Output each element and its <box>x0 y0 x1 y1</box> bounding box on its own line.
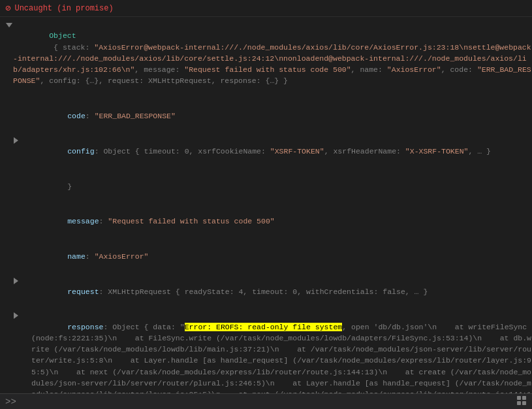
console-bottom-bar: >> <box>0 393 532 409</box>
log-text: config: Object { timeout: 0, xsrfCookieN… <box>16 135 532 169</box>
console-content[interactable]: Object { stack: "AxiosError@webpack-inte… <box>0 17 532 393</box>
svg-rect-1 <box>522 396 526 400</box>
list-item: } <box>0 169 532 204</box>
error-header: ⊘ Uncaught (in promise) <box>0 0 532 17</box>
list-item: response: Object { data: "Error: EROFS: … <box>0 309 532 393</box>
svg-rect-0 <box>517 396 521 400</box>
chevron-down-icon <box>6 23 12 27</box>
error-highlight: Error: EROFS: read-only file system <box>185 323 343 331</box>
expand-toggle[interactable] <box>0 135 16 144</box>
gutter-spacer <box>0 169 16 170</box>
list-item: code: "ERR_BAD_RESPONSE" <box>0 99 532 134</box>
log-text: name: "AxiosError" <box>16 240 532 274</box>
list-item: Object { stack: "AxiosError@webpack-inte… <box>0 18 532 99</box>
log-text: Object { stack: "AxiosError@webpack-inte… <box>13 19 532 98</box>
list-item: config: Object { timeout: 0, xsrfCookieN… <box>0 134 532 169</box>
expand-toggle[interactable] <box>0 19 13 27</box>
list-item: name: "AxiosError" <box>0 239 532 274</box>
log-text: request: XMLHttpRequest { readyState: 4,… <box>16 275 532 309</box>
gutter-spacer <box>0 204 16 205</box>
log-text: code: "ERR_BAD_RESPONSE" <box>16 99 532 133</box>
list-item: message: "Request failed with status cod… <box>0 204 532 239</box>
grid-icon[interactable] <box>516 395 527 408</box>
list-item: request: XMLHttpRequest { readyState: 4,… <box>0 274 532 310</box>
chevron-right-icon[interactable]: >> <box>5 397 16 407</box>
error-label: Uncaught (in promise) <box>14 4 113 13</box>
gutter-spacer <box>0 99 16 100</box>
svg-rect-2 <box>517 401 521 405</box>
log-text: } <box>16 169 532 203</box>
error-icon: ⊘ <box>5 3 10 14</box>
expand-toggle[interactable] <box>0 275 16 284</box>
console-panel: ⊘ Uncaught (in promise) Object { stack: … <box>0 0 532 409</box>
gutter-spacer <box>0 240 16 240</box>
expand-toggle[interactable] <box>0 310 16 319</box>
log-text: message: "Request failed with status cod… <box>16 204 532 238</box>
log-text: response: Object { data: "Error: EROFS: … <box>16 310 532 393</box>
svg-rect-3 <box>522 401 526 405</box>
